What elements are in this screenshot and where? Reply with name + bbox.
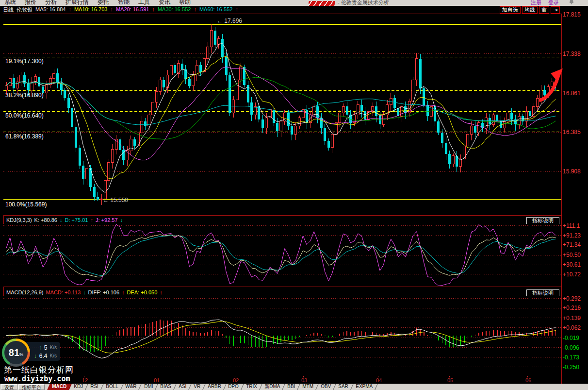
menu-item[interactable]: 资讯 bbox=[154, 0, 175, 6]
value-segment: MA30: 16.552 bbox=[158, 6, 191, 14]
month-label: 12 bbox=[82, 377, 88, 383]
kdj-axis-label: +50.50 bbox=[563, 252, 581, 258]
macd-indicator-help-button[interactable]: 指标说明 bbox=[526, 289, 559, 297]
indicator-tab-BOLL[interactable]: BOLL bbox=[101, 384, 123, 390]
frame-line bbox=[3, 287, 561, 287]
month-label: 02 bbox=[233, 377, 239, 383]
indicator-tab-MTM[interactable]: MTM bbox=[297, 384, 319, 390]
macd-axis-label: -0.019 bbox=[563, 335, 579, 341]
upload-arrow-icon: ↑ bbox=[39, 344, 42, 351]
kdj-axis-label: +10.72 bbox=[563, 271, 581, 278]
macd-axis-label: -0.173 bbox=[563, 354, 579, 361]
indicator-tab-新DMA[interactable]: 新DMA bbox=[260, 384, 285, 390]
month-tick bbox=[378, 376, 378, 377]
menu-item[interactable]: 帮助 bbox=[175, 0, 195, 6]
macd-axis-label: +0.062 bbox=[563, 324, 581, 331]
price-axis-label: 17.815 bbox=[563, 11, 581, 18]
indicator-tab-BIAS[interactable]: BIAS bbox=[155, 384, 177, 390]
value-segment: ↓ bbox=[83, 289, 86, 295]
indicator-tab-ARBR[interactable]: ARBR bbox=[203, 384, 227, 390]
menu-item[interactable]: 工具 bbox=[134, 0, 154, 6]
value-segment: ↑ bbox=[160, 289, 163, 295]
fib-level-label: 19.1%(17.300) bbox=[5, 58, 44, 65]
menu-bar: 系统报价分析扩展行情委托智能工具资讯帮助 - 伦敦贵金属技术分析 注册 登录 bbox=[0, 0, 588, 6]
macd-axis-label: -0.250 bbox=[563, 364, 579, 371]
menu-item[interactable]: 扩展行情 bbox=[61, 0, 93, 6]
menu-item[interactable]: 智能 bbox=[114, 0, 134, 6]
value-segment: MACD(12,26,9) bbox=[6, 289, 43, 295]
register-link[interactable]: 注册 bbox=[531, 0, 541, 6]
month-label: 05 bbox=[447, 377, 453, 383]
add-watchlist-button[interactable]: 加自选 bbox=[500, 6, 521, 14]
tab-bar-button[interactable]: 设置 bbox=[1, 384, 17, 390]
month-tick bbox=[156, 376, 156, 377]
menu-item[interactable]: 分析 bbox=[41, 0, 61, 6]
kdj-chart[interactable] bbox=[3, 224, 588, 287]
indicator-tab-TRIX[interactable]: TRIX bbox=[241, 384, 262, 390]
bell-icon[interactable] bbox=[569, 0, 574, 5]
macd-axis-label: +0.139 bbox=[563, 315, 581, 322]
indicator-tab-MACD[interactable]: MACD bbox=[47, 384, 72, 390]
menu-item[interactable]: 系统 bbox=[0, 0, 20, 6]
value-segment: DIFF: +0.106 bbox=[88, 289, 120, 295]
value-segment: 日线 bbox=[3, 6, 14, 14]
kdj-axis-label: +111.1 bbox=[563, 222, 580, 229]
month-label: 04 bbox=[376, 377, 382, 383]
login-link[interactable]: 登录 bbox=[548, 0, 559, 6]
kdj-axis-label: +30.61 bbox=[563, 261, 581, 268]
download-unit: K/s bbox=[50, 353, 57, 358]
macd-header: MACD(12,26,9)MACD: +0.113↓DIFF: +0.106↑D… bbox=[4, 288, 523, 297]
value-segment: DEA: +0.050 bbox=[127, 289, 158, 295]
macd-chart[interactable] bbox=[3, 296, 588, 376]
ma-settings-button[interactable]: 均线 bbox=[522, 6, 538, 14]
trading-app-window: 系统报价分析扩展行情委托智能工具资讯帮助 - 伦敦贵金属技术分析 注册 登录 日… bbox=[0, 0, 588, 390]
indicator-tab-EXPMA[interactable]: EXPMA bbox=[351, 384, 378, 390]
month-tick bbox=[449, 376, 450, 377]
collapse-panel-icon[interactable]: ⇥ bbox=[551, 6, 560, 14]
indicator-tab-SAR[interactable]: SAR bbox=[333, 384, 353, 390]
value-segment: ↑ bbox=[194, 6, 196, 14]
menu-item[interactable]: 报价 bbox=[20, 0, 41, 6]
watermark-site-url: www.diyizby.com bbox=[4, 374, 70, 383]
macd-axis-label: -0.096 bbox=[563, 344, 579, 351]
brand-logo-icon bbox=[309, 1, 335, 6]
indicator-tab-W&R[interactable]: W&R bbox=[120, 384, 142, 390]
value-segment: MA20: 16.591 bbox=[116, 6, 149, 14]
chart-buttons: 加自选 均线 窗 ⇥ bbox=[500, 6, 560, 14]
window-button[interactable]: 窗 bbox=[539, 6, 549, 14]
download-arrow-icon: ↓ bbox=[34, 353, 37, 359]
value-segment: ↑ bbox=[110, 6, 113, 14]
value-segment: MA5: 16.884 bbox=[35, 6, 65, 14]
brand: - 伦敦贵金属技术分析 bbox=[309, 0, 389, 6]
brand-title: - 伦敦贵金属技术分析 bbox=[338, 0, 389, 6]
auth-links: 注册 登录 bbox=[531, 0, 559, 6]
month-label: 03 bbox=[301, 377, 307, 383]
value-segment: D: +75.01 bbox=[65, 217, 88, 223]
kdj-indicator-help-button[interactable]: 指标说明 bbox=[526, 217, 559, 224]
value-segment: ↑ bbox=[152, 6, 155, 14]
kdj-axis-label: +91.23 bbox=[563, 232, 581, 239]
candlestick-chart[interactable] bbox=[3, 14, 588, 215]
month-label: 01 bbox=[154, 377, 160, 383]
price-axis-label: 17.338 bbox=[563, 51, 581, 57]
fib-level-label: 100.0%(15.569) bbox=[5, 201, 47, 208]
download-speed: 6.4 bbox=[39, 353, 48, 359]
value-segment: ↓ bbox=[60, 217, 63, 223]
value-segment: ↑ bbox=[91, 217, 94, 223]
month-tick bbox=[303, 376, 304, 377]
menu-item[interactable]: 委托 bbox=[93, 0, 114, 6]
value-segment: MACD: +0.113 bbox=[46, 289, 81, 295]
kdj-header: KDJ(9,3,3)K: +80.86↓D: +75.01↑J: +92.57↓ bbox=[4, 216, 523, 224]
month-tick bbox=[84, 376, 84, 377]
value-segment: ↑ bbox=[122, 289, 125, 295]
value-segment: MA60: 16.552 bbox=[199, 6, 233, 14]
month-tick bbox=[527, 376, 528, 377]
badge-percent: 81 bbox=[9, 347, 19, 358]
macd-axis-label: +0.216 bbox=[563, 305, 581, 311]
price-axis-label: 15.908 bbox=[563, 168, 581, 175]
tab-bar-button[interactable]: 指标平台 bbox=[18, 384, 45, 390]
download-progress-badge[interactable]: 81% bbox=[2, 339, 30, 367]
kdj-axis-label: +71.34 bbox=[563, 241, 581, 248]
indicator-tab-bar: 设置指标平台MACDKDJRSIBOLLW&RDMIBIASASIVRARBRD… bbox=[0, 384, 588, 390]
value-segment: ↓ bbox=[120, 217, 123, 223]
